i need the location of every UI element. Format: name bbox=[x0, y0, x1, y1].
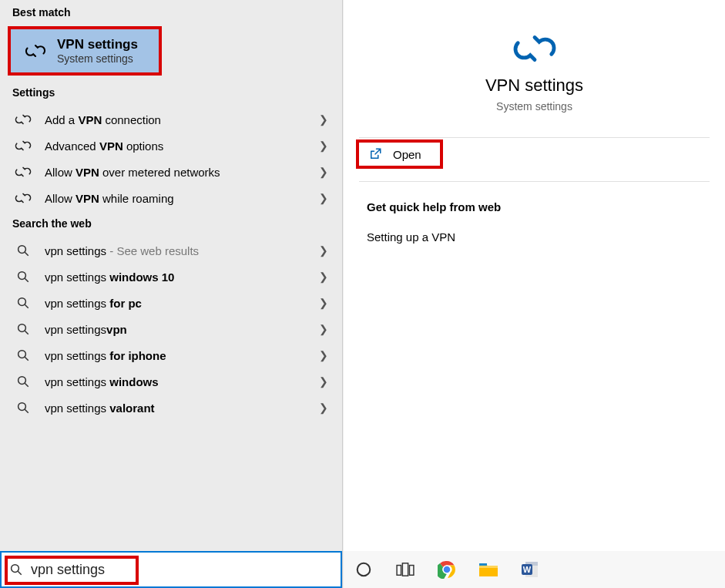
settings-item-label: Allow VPN over metered networks bbox=[45, 166, 308, 179]
search-icon bbox=[12, 296, 34, 310]
svg-text:W: W bbox=[523, 565, 532, 574]
chevron-right-icon: ❯ bbox=[319, 166, 328, 178]
quick-help-header: Get quick help from web bbox=[344, 182, 725, 220]
task-view-icon[interactable] bbox=[394, 559, 416, 580]
svg-line-7 bbox=[25, 331, 29, 334]
chevron-right-icon: ❯ bbox=[319, 270, 328, 283]
vpn-icon bbox=[12, 139, 34, 153]
search-icon bbox=[12, 348, 34, 362]
web-item-label: vpn settings windows bbox=[45, 375, 308, 388]
help-link-setting-up-vpn[interactable]: Setting up a VPN bbox=[344, 220, 725, 254]
search-results-panel: Best match VPN settings System settings … bbox=[0, 0, 343, 588]
web-item-label: vpn settings windows 10 bbox=[45, 270, 308, 284]
vpn-icon bbox=[12, 191, 34, 205]
web-search-item[interactable]: vpn settings for pc❯ bbox=[6, 290, 342, 316]
cortana-icon[interactable] bbox=[353, 559, 374, 580]
svg-line-9 bbox=[25, 357, 29, 361]
chevron-right-icon: ❯ bbox=[319, 297, 328, 309]
web-item-label: vpn settings - See web results bbox=[45, 244, 308, 257]
details-title: VPN settings bbox=[485, 76, 583, 96]
svg-line-3 bbox=[25, 278, 29, 282]
search-icon bbox=[12, 375, 34, 388]
chevron-right-icon: ❯ bbox=[319, 375, 328, 388]
web-search-item[interactable]: vpn settings valorant❯ bbox=[6, 395, 342, 421]
details-panel: VPN settings System settings Open Get qu… bbox=[343, 0, 725, 588]
web-search-item[interactable]: vpn settings windows 10❯ bbox=[6, 264, 342, 290]
svg-point-12 bbox=[18, 403, 26, 411]
details-hero: VPN settings System settings bbox=[344, 15, 725, 126]
svg-point-2 bbox=[18, 272, 26, 280]
search-icon bbox=[9, 563, 23, 576]
chevron-right-icon: ❯ bbox=[319, 113, 328, 126]
svg-rect-23 bbox=[479, 563, 487, 566]
vpn-icon bbox=[12, 165, 34, 179]
search-box[interactable] bbox=[0, 551, 342, 588]
chevron-right-icon: ❯ bbox=[319, 192, 328, 204]
settings-item[interactable]: Advanced VPN options❯ bbox=[6, 133, 342, 159]
best-match-title: VPN settings bbox=[57, 37, 138, 52]
web-search-item[interactable]: vpn settings windows❯ bbox=[6, 368, 342, 395]
details-subtitle: System settings bbox=[496, 100, 572, 113]
open-button[interactable]: Open bbox=[354, 138, 445, 170]
web-item-label: vpn settings for iphone bbox=[45, 349, 308, 362]
settings-item[interactable]: Allow VPN over metered networks❯ bbox=[6, 159, 342, 185]
svg-line-13 bbox=[25, 409, 29, 413]
search-icon bbox=[12, 401, 34, 415]
svg-line-15 bbox=[18, 571, 22, 575]
word-icon[interactable]: W bbox=[519, 559, 541, 580]
chrome-icon[interactable] bbox=[436, 559, 458, 580]
svg-line-11 bbox=[25, 383, 29, 387]
best-match-result[interactable]: VPN settings System settings bbox=[8, 26, 162, 76]
chevron-right-icon: ❯ bbox=[319, 402, 328, 414]
chevron-right-icon: ❯ bbox=[319, 349, 328, 361]
chevron-right-icon: ❯ bbox=[319, 139, 328, 152]
search-icon bbox=[12, 322, 34, 336]
search-web-header: Search the web bbox=[6, 211, 342, 237]
best-match-subtitle: System settings bbox=[57, 52, 138, 65]
open-icon bbox=[368, 147, 382, 161]
web-item-label: vpn settings valorant bbox=[45, 402, 308, 415]
web-item-label: vpn settingsvpn bbox=[45, 323, 308, 336]
settings-item-label: Allow VPN while roaming bbox=[45, 192, 308, 205]
vpn-icon bbox=[25, 42, 46, 59]
settings-item-label: Add a VPN connection bbox=[45, 113, 308, 126]
chevron-right-icon: ❯ bbox=[319, 244, 328, 257]
settings-item[interactable]: Add a VPN connection❯ bbox=[6, 106, 342, 133]
search-icon bbox=[12, 244, 34, 257]
chevron-right-icon: ❯ bbox=[319, 323, 328, 335]
settings-section-header: Settings bbox=[6, 80, 342, 106]
settings-item[interactable]: Allow VPN while roaming❯ bbox=[6, 185, 342, 211]
taskbar: W bbox=[344, 551, 725, 588]
web-search-item[interactable]: vpn settingsvpn❯ bbox=[6, 316, 342, 342]
best-match-header: Best match bbox=[6, 0, 342, 26]
search-icon bbox=[12, 270, 34, 284]
settings-item-label: Advanced VPN options bbox=[45, 139, 308, 153]
svg-point-14 bbox=[12, 565, 19, 573]
file-explorer-icon[interactable] bbox=[478, 559, 499, 580]
web-item-label: vpn settings for pc bbox=[45, 297, 308, 310]
web-search-item[interactable]: vpn settings - See web results❯ bbox=[6, 237, 342, 264]
svg-rect-19 bbox=[409, 566, 413, 576]
svg-point-16 bbox=[357, 563, 371, 576]
svg-point-6 bbox=[18, 324, 26, 332]
vpn-icon-large bbox=[512, 29, 557, 68]
vpn-icon bbox=[12, 113, 34, 126]
open-label: Open bbox=[393, 148, 421, 161]
svg-line-1 bbox=[25, 252, 29, 256]
search-input[interactable] bbox=[31, 562, 333, 578]
svg-line-5 bbox=[25, 304, 29, 308]
svg-point-0 bbox=[18, 246, 26, 254]
web-search-item[interactable]: vpn settings for iphone❯ bbox=[6, 342, 342, 368]
svg-rect-17 bbox=[397, 566, 401, 576]
svg-point-4 bbox=[18, 298, 26, 306]
svg-point-10 bbox=[18, 377, 26, 385]
svg-rect-18 bbox=[402, 563, 408, 576]
svg-point-8 bbox=[18, 351, 26, 358]
